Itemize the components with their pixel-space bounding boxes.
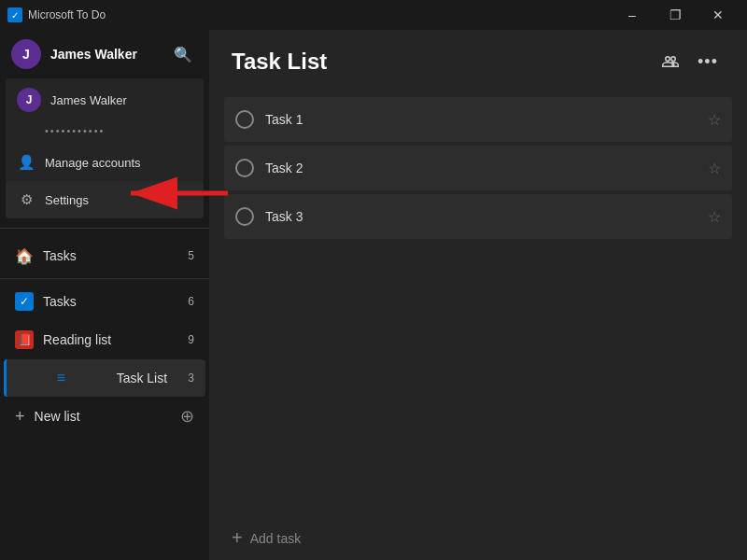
app-title: Microsoft To Do	[28, 8, 106, 21]
new-list-plus: +	[15, 407, 25, 427]
maximize-button[interactable]: ❐	[654, 0, 697, 30]
task-list-icon: ≡	[15, 369, 107, 387]
sidebar-item-task-list[interactable]: ≡ Task List 3	[4, 359, 205, 397]
settings-label: Settings	[45, 193, 89, 207]
account-dots: •••••••••••	[6, 121, 204, 144]
user-name: James Walker	[50, 47, 137, 62]
sidebar-divider-2	[0, 278, 209, 279]
tasks-checked-badge: 6	[188, 295, 194, 308]
reading-list-icon: 📕	[15, 330, 34, 349]
dropdown-menu: J James Walker ••••••••••• 👤 Manage acco…	[6, 78, 204, 218]
task-label: Task 3	[265, 209, 697, 224]
add-task-label: Add task	[250, 531, 301, 546]
account-item[interactable]: J James Walker	[6, 78, 204, 121]
sidebar-nav: 🏠 Tasks 5 ✓ Tasks 6 📕 Reading list 9 ≡ T…	[0, 232, 209, 560]
sidebar-item-tasks-home[interactable]: 🏠 Tasks 5	[4, 237, 205, 274]
new-list-left: + New list	[15, 407, 80, 427]
app-icon: ✓	[7, 7, 22, 22]
settings-icon: ⚙	[17, 190, 35, 209]
tasks-checked-icon: ✓	[15, 292, 34, 311]
task-list-badge: 3	[188, 371, 194, 385]
reading-list-badge: 9	[188, 333, 194, 346]
sidebar-divider	[0, 228, 209, 229]
new-list-label: New list	[35, 409, 80, 424]
user-info[interactable]: J James Walker	[11, 39, 137, 69]
task-label: Task 1	[265, 112, 697, 127]
main-content: Task List ••• Task 1 ☆ Task 2 ☆	[209, 30, 747, 560]
new-list-item[interactable]: + New list ⊕	[4, 398, 205, 435]
main-header-actions: •••	[654, 45, 725, 78]
main-title: Task List	[232, 49, 327, 75]
sidebar: J James Walker 🔍 J James Walker ••••••••…	[0, 30, 209, 560]
account-name: James Walker	[50, 93, 127, 107]
add-task-plus-icon: +	[232, 527, 243, 549]
share-button[interactable]	[654, 45, 687, 78]
task-list-area: Task 1 ☆ Task 2 ☆ Task 3 ☆	[209, 90, 747, 516]
table-row[interactable]: Task 2 ☆	[224, 146, 732, 190]
manage-accounts-item[interactable]: 👤 Manage accounts	[6, 144, 204, 181]
add-task-bar[interactable]: + Add task	[209, 516, 747, 560]
title-bar: ✓ Microsoft To Do – ❐ ✕	[0, 0, 747, 30]
sidebar-item-reading-list[interactable]: 📕 Reading list 9	[4, 321, 205, 358]
table-row[interactable]: Task 1 ☆	[224, 97, 732, 142]
task-label: Task 2	[265, 161, 697, 175]
account-avatar: J	[17, 88, 41, 112]
minimize-button[interactable]: –	[611, 0, 654, 30]
manage-accounts-icon: 👤	[17, 153, 35, 172]
task-star-icon[interactable]: ☆	[708, 208, 721, 226]
table-row[interactable]: Task 3 ☆	[224, 194, 732, 239]
tasks-home-label: Tasks	[43, 248, 178, 263]
task-complete-circle[interactable]	[235, 207, 254, 226]
task-complete-circle[interactable]	[235, 159, 254, 177]
app-container: J James Walker 🔍 J James Walker ••••••••…	[0, 30, 747, 560]
tasks-checked-label: Tasks	[43, 294, 178, 309]
title-bar-left: ✓ Microsoft To Do	[7, 7, 106, 22]
search-button[interactable]: 🔍	[168, 39, 198, 69]
new-list-action-icon[interactable]: ⊕	[180, 406, 194, 427]
avatar: J	[11, 39, 41, 69]
window-controls: – ❐ ✕	[611, 0, 740, 30]
reading-list-label: Reading list	[43, 332, 178, 347]
settings-item[interactable]: ⚙ Settings	[6, 181, 204, 218]
add-task-button[interactable]: +	[232, 527, 243, 549]
tasks-home-badge: 5	[188, 249, 194, 262]
home-icon: 🏠	[15, 246, 34, 265]
manage-accounts-label: Manage accounts	[45, 156, 141, 170]
task-list-label: Task List	[117, 371, 179, 385]
sidebar-item-tasks-checked[interactable]: ✓ Tasks 6	[4, 283, 205, 320]
more-options-button[interactable]: •••	[691, 45, 725, 78]
user-header: J James Walker 🔍	[0, 30, 209, 78]
task-star-icon[interactable]: ☆	[708, 160, 721, 177]
task-star-icon[interactable]: ☆	[708, 111, 721, 129]
task-complete-circle[interactable]	[235, 110, 254, 129]
close-button[interactable]: ✕	[697, 0, 740, 30]
main-header: Task List •••	[209, 30, 747, 90]
